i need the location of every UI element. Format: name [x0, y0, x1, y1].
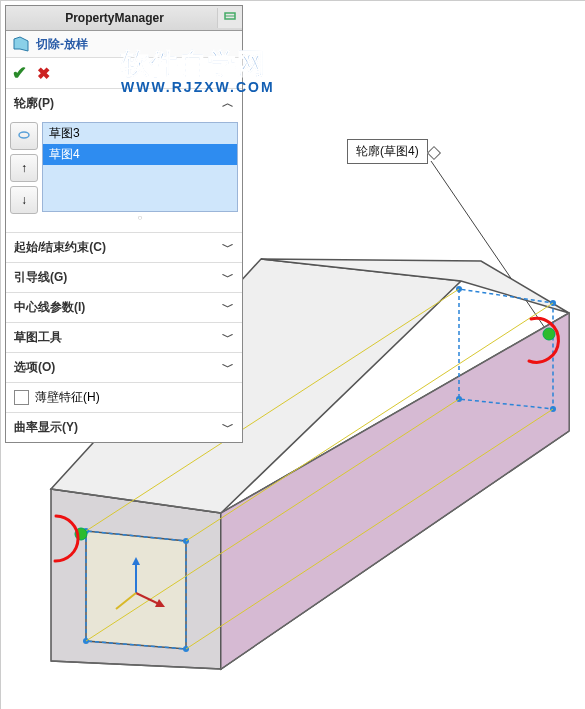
profile-side-buttons: ↑ ↓ [10, 122, 38, 222]
sketch-tools-section[interactable]: 草图工具 ﹀ [6, 322, 242, 352]
chevron-down-icon: ﹀ [222, 239, 234, 256]
arrow-up-icon: ↑ [21, 161, 27, 175]
guides-label: 引导线(G) [14, 269, 67, 286]
centerline-section[interactable]: 中心线参数(I) ﹀ [6, 292, 242, 322]
svg-point-22 [543, 328, 555, 340]
sketch-tools-label: 草图工具 [14, 329, 62, 346]
profiles-section-body: ↑ ↓ 草图3 草图4 ○ [6, 118, 242, 232]
cancel-button[interactable]: ✖ [37, 64, 50, 83]
selection-callout: 轮廓(草图4) [347, 139, 428, 164]
curvature-label: 曲率显示(Y) [14, 419, 78, 436]
ok-button[interactable]: ✔ [12, 62, 27, 84]
thin-feature-label: 薄壁特征(H) [35, 389, 100, 406]
arrow-down-icon: ↓ [21, 193, 27, 207]
list-resize-handle[interactable]: ○ [42, 212, 238, 222]
chevron-down-icon: ﹀ [222, 269, 234, 286]
panel-pin-button[interactable] [217, 8, 242, 28]
list-item[interactable]: 草图4 [43, 144, 237, 165]
watermark-url: WWW.RJZXW.COM [121, 79, 275, 95]
watermark: 软件自学网 WWW.RJZXW.COM [121, 45, 275, 95]
chevron-down-icon: ﹀ [222, 329, 234, 346]
panel-title: PropertyManager [12, 11, 217, 25]
options-label: 选项(O) [14, 359, 55, 376]
chevron-up-icon: ︿ [222, 95, 234, 112]
svg-point-30 [19, 132, 29, 138]
svg-line-0 [431, 161, 549, 334]
swap-icon [17, 128, 31, 145]
cut-loft-icon [12, 35, 30, 53]
guides-section[interactable]: 引导线(G) ﹀ [6, 262, 242, 292]
start-end-label: 起始/结束约束(C) [14, 239, 106, 256]
watermark-text: 软件自学网 [121, 45, 275, 83]
panel-header: PropertyManager [6, 6, 242, 31]
move-down-button[interactable]: ↓ [10, 186, 38, 214]
list-item[interactable]: 草图3 [43, 123, 237, 144]
callout-label: 轮廓(草图4) [356, 144, 419, 158]
centerline-label: 中心线参数(I) [14, 299, 85, 316]
start-end-section[interactable]: 起始/结束约束(C) ﹀ [6, 232, 242, 262]
chevron-down-icon: ﹀ [222, 299, 234, 316]
profiles-listbox[interactable]: 草图3 草图4 [42, 122, 238, 212]
move-up-button[interactable]: ↑ [10, 154, 38, 182]
thin-feature-row: 薄壁特征(H) [6, 382, 242, 412]
thin-feature-checkbox[interactable] [14, 390, 29, 405]
profiles-label: 轮廓(P) [14, 95, 54, 112]
feature-name: 切除-放样 [36, 36, 88, 53]
chevron-down-icon: ﹀ [222, 359, 234, 376]
chevron-down-icon: ﹀ [222, 419, 234, 436]
swap-profiles-button[interactable] [10, 122, 38, 150]
pin-icon [223, 10, 237, 27]
options-section[interactable]: 选项(O) ﹀ [6, 352, 242, 382]
curvature-section[interactable]: 曲率显示(Y) ﹀ [6, 412, 242, 442]
